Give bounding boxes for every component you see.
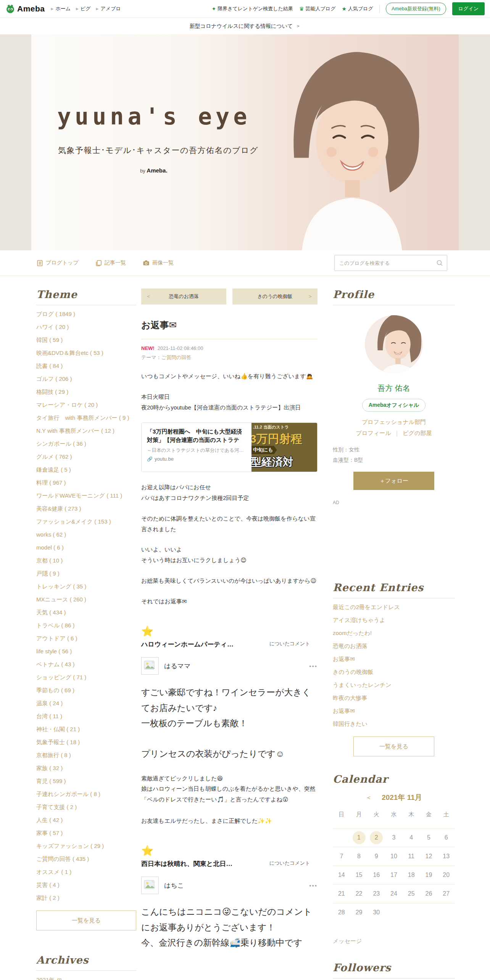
signup-button[interactable]: Ameba新規登録(無料) [386,3,446,15]
commented-post-link[interactable]: ハロウィーンホームパーティ… [141,640,234,649]
theme-link[interactable]: 美容&健康 ( 273 ) [36,505,136,513]
theme-link[interactable]: 子連れシンガポール ( 8 ) [36,790,136,798]
calendar-day[interactable]: 6 [437,828,455,847]
theme-link[interactable]: 神社・仏閣 ( 21 ) [36,725,136,733]
theme-link[interactable]: トレッキング ( 35 ) [36,582,136,591]
theme-more-button[interactable]: 一覧を見る [36,911,136,930]
calendar-day[interactable]: 11 [403,847,420,866]
calendar-day[interactable] [333,828,350,847]
theme-link[interactable]: 家事 ( 57 ) [36,829,136,837]
theme-link[interactable]: 料理 ( 967 ) [36,479,136,487]
theme-link[interactable]: ご質問の回答 ( 435 ) [36,855,136,863]
calendar-day[interactable]: 29 [350,903,368,922]
recent-entry-link[interactable]: 恐竜のお洒落 [333,642,455,650]
calendar-day[interactable]: 5 [420,828,438,847]
login-button[interactable]: ログイン [452,2,485,15]
breadcrumb-item[interactable]: ▶ ホーム [51,5,71,12]
calendar-day[interactable]: 28 [333,903,350,922]
breadcrumb-item[interactable]: ▶ アメブロ [96,5,121,12]
recent-more-button[interactable]: 一覧を見る [353,737,434,756]
commented-post-link[interactable]: 西日本は秋晴れ、関東と北日… [141,859,232,868]
pigg-room-link[interactable]: ピグの部屋 [403,430,432,436]
calendar-day[interactable]: 26 [420,884,438,903]
theme-link[interactable]: アウトドア ( 6 ) [36,634,136,643]
calendar-day[interactable] [437,903,455,922]
theme-link[interactable]: シンガポール ( 36 ) [36,440,136,448]
theme-link[interactable]: 子育て支援 ( 2 ) [36,803,136,811]
theme-link[interactable]: 格闘技 ( 29 ) [36,388,136,396]
calendar-day[interactable]: 19 [420,866,438,884]
calendar-day[interactable]: 21 [333,884,350,903]
message-link[interactable]: メッセージ [333,938,455,945]
commenter-avatar[interactable] [141,657,159,675]
commenter-name[interactable]: はちこ [164,881,184,890]
search-icon[interactable] [436,260,443,266]
theme-link[interactable]: 天気 ( 434 ) [36,608,136,617]
calendar-day[interactable]: 8 [350,847,368,866]
calendar-day[interactable]: 27 [437,884,455,903]
header-link[interactable]: ♛ 芸能人ブログ [299,5,335,12]
theme-link[interactable]: 京都 ( 10 ) [36,556,136,565]
nav-image-list[interactable]: 画像一覧 [143,260,174,266]
calendar-day[interactable]: 18 [403,866,420,884]
ameba-logo[interactable]: Ameba [5,4,45,14]
calendar-day[interactable]: 22 [350,884,368,903]
theme-link[interactable]: 京都旅行 ( 8 ) [36,751,136,759]
calendar-day[interactable]: 25 [403,884,420,903]
breadcrumb-item[interactable]: ▶ ピグ [76,5,91,12]
theme-link[interactable]: ベトナム ( 43 ) [36,660,136,669]
next-entry-button[interactable]: きのうの晩御飯 ＞ [232,289,318,305]
recent-entry-link[interactable]: お返事✉ [333,707,455,715]
calendar-day[interactable]: 20 [437,866,455,884]
calendar-day[interactable]: 16 [368,866,385,884]
theme-link[interactable]: 季節もの ( 69 ) [36,686,136,695]
theme-link[interactable]: マレーシア・ロケ ( 20 ) [36,401,136,409]
calendar-day[interactable]: 24 [385,884,403,903]
prev-entry-button[interactable]: ＜ 恐竜のお洒落 [141,289,226,305]
calendar-day[interactable]: 4 [403,828,420,847]
profile-name-link[interactable]: 吾方 佑名 [333,383,455,393]
header-link[interactable]: ✦ 限界きてレントゲン検査した結果 [211,5,293,12]
recent-entry-link[interactable]: zoomだったわ! [333,629,455,637]
calendar-day[interactable]: 12 [420,847,438,866]
theme-link[interactable]: model ( 6 ) [36,543,136,552]
theme-link[interactable]: ゴルフ ( 206 ) [36,375,136,383]
theme-link[interactable]: 人生 ( 42 ) [36,816,136,824]
theme-link[interactable]: 台湾 ( 11 ) [36,712,136,720]
professional-division-link[interactable]: プロフェッショナル部門 [333,419,455,426]
theme-link[interactable]: 鎌倉遠足 ( 5 ) [36,466,136,474]
theme-link[interactable]: ハワイ ( 20 ) [36,323,136,331]
theme-link[interactable]: 温泉 ( 24 ) [36,699,136,708]
calendar-day[interactable]: 10 [385,847,403,866]
calendar-day[interactable]: 23 [368,884,385,903]
theme-link[interactable]: MXニュース ( 260 ) [36,595,136,604]
theme-link[interactable]: ファッション&メイク ( 153 ) [36,517,136,526]
entry-theme-link[interactable]: ご質問の回答 [161,355,192,360]
calendar-day[interactable]: 3 [385,828,403,847]
calendar-day[interactable]: 30 [368,903,385,922]
calendar-day[interactable] [385,903,403,922]
recent-entry-link[interactable]: うまくいったレンチン [333,681,455,689]
theme-link[interactable]: 読書 ( 84 ) [36,362,136,370]
calendar-day[interactable]: 7 [333,847,350,866]
theme-link[interactable]: 映画&DVD＆舞台etc ( 53 ) [36,349,136,357]
recent-entry-link[interactable]: 昨夜の大惨事 [333,694,455,702]
commenter-avatar[interactable] [141,877,159,894]
profile-avatar[interactable] [365,315,423,373]
calendar-day[interactable]: 1 [350,828,368,847]
calendar-day[interactable] [403,903,420,922]
theme-link[interactable]: キッズファッション ( 29 ) [36,842,136,850]
nav-article-list[interactable]: 記事一覧 [95,260,126,266]
theme-link[interactable]: 家計 ( 2 ) [36,894,136,902]
calendar-day[interactable] [420,903,438,922]
calendar-day[interactable]: 13 [437,847,455,866]
theme-link[interactable]: 育児 ( 599 ) [36,777,136,785]
header-link[interactable]: ★ 人気ブログ [342,5,373,12]
theme-link[interactable]: 気象予報士 ( 18 ) [36,738,136,746]
theme-link[interactable]: ショッピング ( 71 ) [36,673,136,682]
theme-link[interactable]: life style ( 56 ) [36,647,136,656]
theme-link[interactable]: タイ旅行 with 事務所メンバー ( 9 ) [36,414,136,422]
recent-entry-link[interactable]: きのうの晩御飯 [333,668,455,676]
calendar-day[interactable]: 17 [385,866,403,884]
recent-entry-link[interactable]: 韓国行きたい [333,720,455,728]
